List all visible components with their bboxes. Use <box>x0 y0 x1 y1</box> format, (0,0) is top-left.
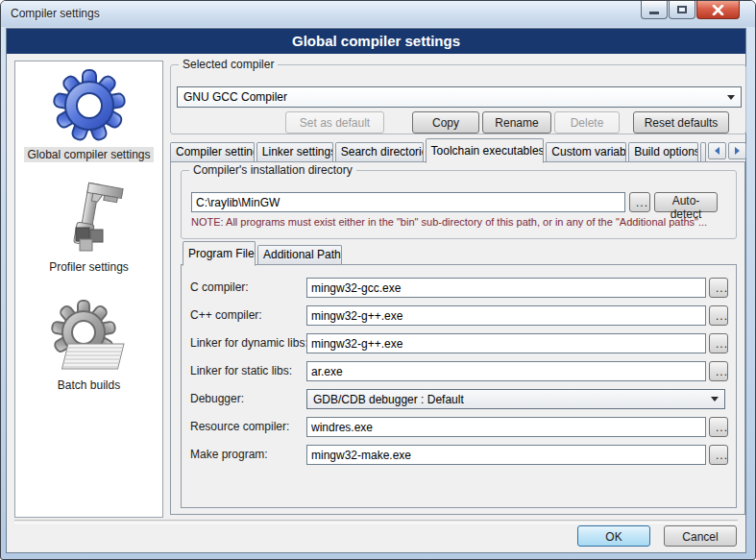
window-controls <box>641 1 740 19</box>
sidebar-item-global-compiler-settings[interactable]: Global compiler settings <box>15 67 162 162</box>
maximize-icon <box>677 6 687 13</box>
tab-custom-variables[interactable]: Custom variables <box>546 142 626 162</box>
selected-compiler-group-label: Selected compiler <box>179 58 278 71</box>
sidebar-item-profiler-settings[interactable]: Profiler settings <box>15 180 162 275</box>
close-icon <box>712 5 724 15</box>
settings-tabstrip: Compiler settings Linker settings Search… <box>170 140 746 162</box>
debugger-select[interactable]: GDB/CDB debugger : Default <box>306 389 725 409</box>
resource-compiler-browse-button[interactable]: ... <box>709 417 728 437</box>
debugger-select-value: GDB/CDB debugger : Default <box>313 393 711 406</box>
copy-button[interactable]: Copy <box>412 111 479 134</box>
compiler-select[interactable]: GNU GCC Compiler <box>177 86 742 108</box>
tab-additional-paths[interactable]: Additional Paths <box>257 245 342 265</box>
chevron-down-icon <box>727 95 735 100</box>
installation-directory-input[interactable] <box>191 192 625 212</box>
arrow-right-icon <box>735 147 740 155</box>
c-compiler-label: C compiler: <box>190 280 249 294</box>
footer-separator <box>14 520 738 523</box>
set-as-default-button[interactable]: Set as default <box>285 111 384 134</box>
linker-dynamic-input[interactable] <box>306 333 706 353</box>
cpp-compiler-browse-button[interactable]: ... <box>709 305 728 326</box>
tab-scroll-right-button[interactable] <box>728 142 746 159</box>
sidebar-item-label: Batch builds <box>55 377 123 393</box>
c-compiler-browse-button[interactable]: ... <box>709 278 728 298</box>
caliper-icon <box>51 180 128 256</box>
arrow-left-icon <box>715 147 719 155</box>
close-button[interactable] <box>696 1 740 19</box>
tab-linker-settings[interactable]: Linker settings <box>256 142 333 162</box>
delete-button[interactable]: Delete <box>554 111 620 134</box>
tab-scroll-buttons <box>708 142 746 159</box>
tab-build-options[interactable]: Build options <box>628 142 698 162</box>
titlebar[interactable]: Compiler settings <box>1 1 755 27</box>
cancel-button[interactable]: Cancel <box>664 525 737 547</box>
debugger-label: Debugger: <box>190 392 244 405</box>
linker-static-browse-button[interactable]: ... <box>709 361 728 381</box>
tab-toolchain-executables[interactable]: Toolchain executables <box>426 138 545 163</box>
minimize-button[interactable] <box>641 1 668 19</box>
program-files-panel: C compiler: ... C++ compiler: ... Linker… <box>181 264 737 508</box>
make-program-input[interactable] <box>306 445 706 465</box>
dialog-body: Global compiler settings <box>6 28 746 553</box>
chevron-down-icon <box>711 397 719 402</box>
cpp-compiler-input[interactable] <box>306 305 706 326</box>
ok-button[interactable]: OK <box>577 525 650 547</box>
tab-program-files[interactable]: Program Files <box>183 241 256 266</box>
cpp-compiler-label: C++ compiler: <box>190 308 262 322</box>
installation-directory-browse-button[interactable]: ... <box>629 192 650 212</box>
installation-directory-group: Compiler's installation directory ... Au… <box>181 170 737 239</box>
linker-static-input[interactable] <box>306 361 706 381</box>
resource-compiler-label: Resource compiler: <box>190 420 289 433</box>
tab-scroll-left-button[interactable] <box>708 142 726 159</box>
toolchain-panel: Compiler's installation directory ... Au… <box>170 161 745 515</box>
minimize-icon <box>649 12 659 14</box>
page-title: Global compiler settings <box>7 29 745 54</box>
tab-search-directories[interactable]: Search directories <box>335 142 424 162</box>
sidebar-item-label: Profiler settings <box>46 259 132 275</box>
tab-compiler-settings[interactable]: Compiler settings <box>170 142 255 162</box>
tab-partial[interactable] <box>700 142 706 162</box>
linker-static-label: Linker for static libs: <box>190 364 292 377</box>
settings-sidebar: Global compiler settings <box>14 61 163 518</box>
sidebar-item-batch-builds[interactable]: Batch builds <box>15 298 162 393</box>
installation-note: NOTE: All programs must exist either in … <box>191 216 707 228</box>
c-compiler-input[interactable] <box>306 278 706 298</box>
window-title: Compiler settings <box>11 7 100 20</box>
maximize-button[interactable] <box>669 1 695 19</box>
reset-defaults-button[interactable]: Reset defaults <box>633 111 729 134</box>
installation-directory-group-label: Compiler's installation directory <box>189 163 356 177</box>
program-files-tabstrip: Program Files Additional Paths <box>183 244 344 265</box>
sidebar-item-label: Global compiler settings <box>24 147 153 162</box>
make-program-label: Make program: <box>190 448 268 461</box>
resource-compiler-input[interactable] <box>306 417 706 437</box>
linker-dynamic-label: Linker for dynamic libs: <box>190 336 308 350</box>
make-program-browse-button[interactable]: ... <box>709 445 728 465</box>
compiler-select-value: GNU GCC Compiler <box>183 90 727 104</box>
compiler-settings-window: Compiler settings Global compiler settin… <box>0 0 756 560</box>
gray-gear-icon <box>45 298 134 375</box>
rename-button[interactable]: Rename <box>482 111 551 134</box>
auto-detect-button[interactable]: Auto-detect <box>654 192 718 212</box>
selected-compiler-group: Selected compiler GNU GCC Compiler Set a… <box>170 64 746 134</box>
blue-gear-icon <box>47 67 132 144</box>
linker-dynamic-browse-button[interactable]: ... <box>709 333 728 353</box>
